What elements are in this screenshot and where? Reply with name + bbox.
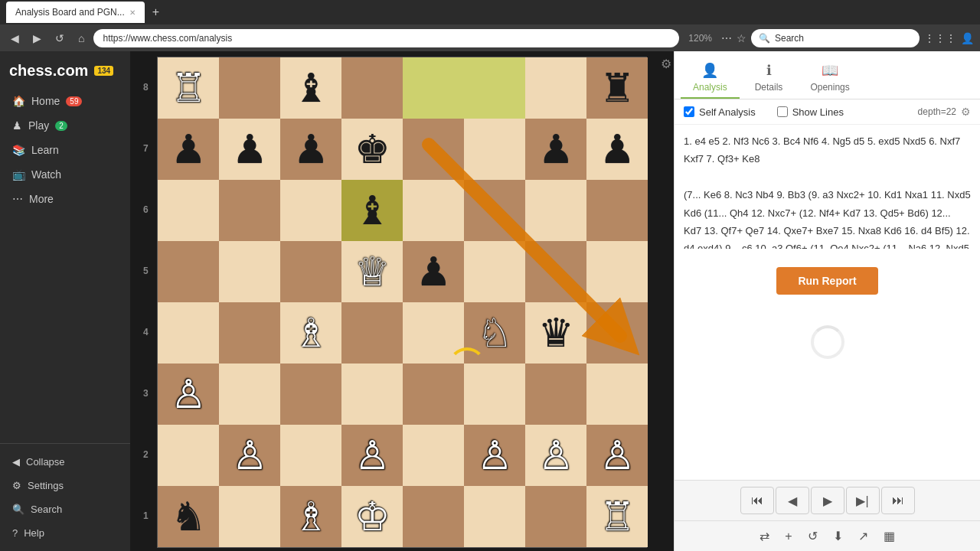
chess-square[interactable] <box>219 486 280 547</box>
chess-square[interactable]: ♟ <box>525 119 586 180</box>
chess-square[interactable]: ♛ <box>525 302 586 364</box>
chess-square[interactable] <box>219 302 280 364</box>
back-button[interactable]: ◀ <box>6 31 24 46</box>
nav-first-button[interactable]: ⏮ <box>740 487 774 514</box>
chess-square[interactable]: ♚ <box>341 119 403 180</box>
nav-last-button[interactable]: ⏭ <box>881 487 915 514</box>
chess-square[interactable]: ♟ <box>403 241 464 302</box>
sidebar-item-learn[interactable]: 📚 Learn <box>0 138 130 162</box>
chess-square[interactable] <box>586 302 648 364</box>
tab-openings[interactable]: 📖 Openings <box>798 57 861 99</box>
chess-square[interactable]: ♜ <box>586 57 648 119</box>
chess-square[interactable]: ♗ <box>280 486 341 547</box>
nav-next-button[interactable]: ▶| <box>846 487 880 514</box>
home-button[interactable]: ⌂ <box>74 31 89 46</box>
chess-square[interactable]: ♟ <box>158 119 219 180</box>
show-lines-checkbox-label[interactable]: Show Lines <box>777 106 844 118</box>
analysis-settings-icon[interactable]: ⚙ <box>961 106 971 118</box>
chess-square[interactable] <box>586 364 648 425</box>
browser-search-bar[interactable]: 🔍 Search <box>751 29 920 47</box>
download-button[interactable]: ⬇ <box>828 526 848 546</box>
chess-square[interactable] <box>464 180 525 241</box>
chess-square[interactable]: ♟ <box>219 119 280 180</box>
chess-square[interactable] <box>280 241 341 302</box>
reset-button[interactable]: ↺ <box>803 526 822 546</box>
sidebar-item-home[interactable]: 🏠 Home 59 <box>0 89 130 113</box>
chess-square[interactable]: ♝ <box>280 57 341 119</box>
sidebar-item-settings[interactable]: ⚙ Settings <box>0 474 130 497</box>
chess-square[interactable] <box>403 180 464 241</box>
profile-button[interactable]: 👤 <box>961 32 974 44</box>
chess-square[interactable]: ♝ <box>341 180 403 241</box>
flip-board-button[interactable]: ⇄ <box>755 526 774 546</box>
run-report-button[interactable]: Run Report <box>776 267 877 295</box>
share-button[interactable]: ↗ <box>854 526 873 546</box>
sidebar-item-help[interactable]: ? Help <box>0 521 130 545</box>
show-lines-checkbox[interactable] <box>777 106 788 117</box>
refresh-button[interactable]: ↺ <box>51 31 69 46</box>
chess-square[interactable]: ♞ <box>158 486 219 547</box>
chess-square[interactable] <box>464 119 525 180</box>
chess-square[interactable] <box>219 364 280 425</box>
chess-square[interactable]: ♖ <box>158 57 219 119</box>
forward-button[interactable]: ▶ <box>28 31 46 46</box>
chess-square[interactable] <box>586 241 648 302</box>
chess-square[interactable]: ♔ <box>341 486 403 547</box>
chess-square[interactable]: ♕ <box>341 241 403 302</box>
self-analysis-checkbox[interactable] <box>684 106 694 117</box>
chess-square[interactable] <box>586 180 648 241</box>
chess-square[interactable] <box>403 486 464 547</box>
self-analysis-checkbox-label[interactable]: Self Analysis <box>684 106 756 118</box>
chess-square[interactable] <box>525 180 586 241</box>
sidebar-item-play[interactable]: ♟ Play 2 <box>0 113 130 138</box>
chess-square[interactable]: ♙ <box>158 364 219 425</box>
chess-square[interactable] <box>525 241 586 302</box>
chess-square[interactable]: ♟ <box>586 119 648 180</box>
chess-square[interactable]: ♟ <box>280 119 341 180</box>
chess-square[interactable] <box>525 57 586 119</box>
chess-square[interactable]: ♖ <box>586 486 648 547</box>
board-settings-button[interactable]: ⚙ <box>661 57 671 71</box>
chess-square[interactable] <box>158 302 219 364</box>
chess-square[interactable] <box>403 425 464 486</box>
new-tab-button[interactable]: + <box>148 4 164 21</box>
tab-analysis[interactable]: 👤 Analysis <box>681 57 740 99</box>
chess-square[interactable] <box>158 425 219 486</box>
browser-menu-button[interactable]: ⋮⋮⋮ <box>924 32 956 44</box>
chess-square[interactable] <box>280 364 341 425</box>
chess-square[interactable] <box>341 364 403 425</box>
chess-square[interactable] <box>280 425 341 486</box>
chess-square[interactable]: ♙ <box>525 425 586 486</box>
chess-square[interactable] <box>464 57 525 119</box>
chess-board[interactable]: ♖♝♜♟♟♟♚♟♟♝♕♟♗♘♛♙♙♙♙♙♙♞♗♔♖ <box>157 57 647 548</box>
chess-square[interactable] <box>158 180 219 241</box>
chess-square[interactable] <box>219 241 280 302</box>
chess-square[interactable] <box>158 241 219 302</box>
chess-square[interactable] <box>525 364 586 425</box>
sidebar-item-collapse[interactable]: ◀ Collapse <box>0 450 130 474</box>
chess-square[interactable] <box>464 241 525 302</box>
tab-close-button[interactable]: ✕ <box>129 8 136 17</box>
chess-square[interactable] <box>341 302 403 364</box>
chess-square[interactable] <box>219 180 280 241</box>
chess-square[interactable] <box>403 119 464 180</box>
chess-square[interactable]: ♙ <box>341 425 403 486</box>
chess-square[interactable] <box>464 486 525 547</box>
sidebar-item-more[interactable]: ⋯ More <box>0 187 130 211</box>
chess-square[interactable] <box>219 57 280 119</box>
address-bar[interactable]: https://www.chess.com/analysis <box>93 29 679 47</box>
chess-square[interactable] <box>280 180 341 241</box>
sidebar-item-watch[interactable]: 📺 Watch <box>0 162 130 187</box>
board-view-button[interactable]: ▦ <box>879 526 900 546</box>
sidebar-item-search[interactable]: 🔍 Search <box>0 497 130 521</box>
chess-square[interactable]: ♙ <box>586 425 648 486</box>
active-tab[interactable]: Analysis Board and PGN... ✕ <box>6 2 145 23</box>
nav-prev-button[interactable]: ◀ <box>776 487 809 514</box>
chess-square[interactable]: ♗ <box>280 302 341 364</box>
bookmark-button[interactable]: ☆ <box>737 32 746 44</box>
chess-square[interactable]: ♙ <box>219 425 280 486</box>
tab-details[interactable]: ℹ Details <box>743 57 795 99</box>
chess-square[interactable] <box>403 57 464 119</box>
add-button[interactable]: + <box>780 527 796 546</box>
chess-square[interactable] <box>525 486 586 547</box>
